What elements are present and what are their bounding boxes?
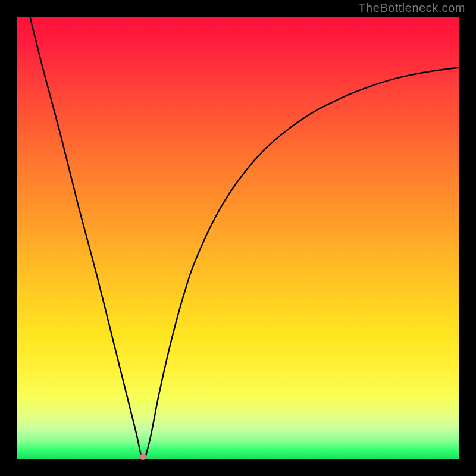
min-point-marker: [139, 454, 147, 460]
plot-area: [17, 17, 459, 459]
watermark-text: TheBottleneck.com: [358, 1, 465, 15]
curve-svg: [17, 17, 459, 459]
chart-frame: TheBottleneck.com: [0, 0, 476, 476]
bottleneck-curve: [30, 17, 459, 459]
